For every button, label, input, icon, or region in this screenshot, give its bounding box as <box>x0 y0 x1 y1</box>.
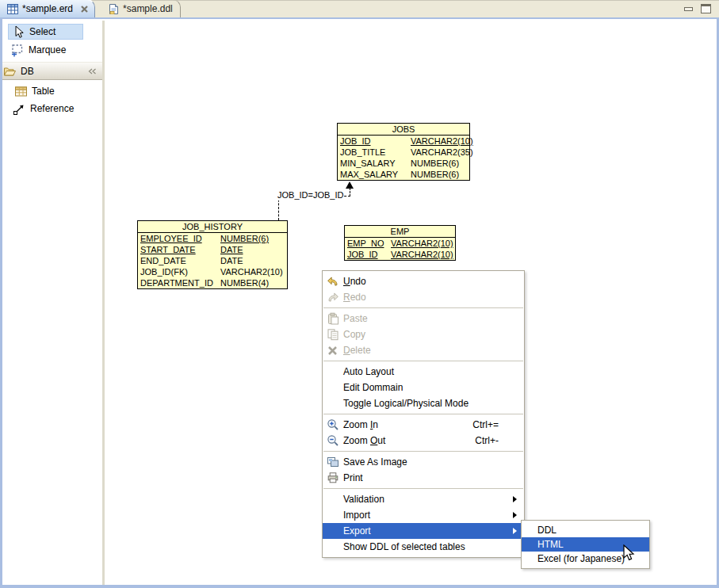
menu-item-label: Undo <box>343 276 513 287</box>
menu-item-label: Zoom In <box>343 419 472 430</box>
erd-table-emp[interactable]: EMPEMP_NOVARCHAR2(10)JOB_IDVARCHAR2(10) <box>344 225 456 261</box>
menu-item-import[interactable]: Import <box>323 507 524 523</box>
minimize-icon[interactable] <box>684 7 693 11</box>
tab-label: *sample.erd <box>22 3 73 14</box>
palette-tool-label: Reference <box>30 103 74 114</box>
menu-item-label: Zoom Out <box>343 435 475 446</box>
submenu-item-ddl[interactable]: DDL <box>522 523 649 537</box>
column-name: EMP_NO <box>347 239 384 248</box>
column-name: MIN_SALARY <box>340 158 396 168</box>
menu-item-save-as-image[interactable]: Save As Image <box>323 454 524 470</box>
menu-separator <box>323 361 523 361</box>
table-column: EMP_NOVARCHAR2(10) <box>345 238 455 249</box>
view-border <box>0 17 2 588</box>
palette-tool-table[interactable]: Table <box>11 83 90 99</box>
menu-item-print[interactable]: Print <box>323 470 524 486</box>
table-column: JOB_IDVARCHAR2(10) <box>338 136 469 147</box>
close-icon[interactable] <box>79 4 90 14</box>
context-menu: UndoRedoPasteCopyDeleteAuto LayoutEdit D… <box>322 270 525 558</box>
column-name: JOB_TITLE <box>340 147 385 157</box>
menu-item-edit-dommain[interactable]: Edit Dommain <box>323 380 524 395</box>
column-name: END_DATE <box>140 256 186 265</box>
menu-item-undo[interactable]: Undo <box>323 273 524 289</box>
column-name: DEPARTMENT_ID <box>140 278 213 288</box>
menu-item-label: Copy <box>343 329 513 340</box>
copy-icon <box>323 328 343 341</box>
menu-item-redo: Redo <box>323 289 524 305</box>
column-type: VARCHAR2(10) <box>220 266 283 277</box>
table-icon <box>14 85 28 98</box>
table-column: JOB_TITLEVARCHAR2(35) <box>338 147 469 158</box>
table-column: END_DATEDATE <box>138 255 287 266</box>
menu-item-label: Edit Dommain <box>343 382 513 393</box>
menu-separator <box>323 307 523 308</box>
menu-item-label: Toggle Logical/Physical Mode <box>343 398 513 409</box>
mouse-cursor-icon <box>623 544 637 565</box>
maximize-icon[interactable] <box>701 4 711 13</box>
undo-icon <box>323 275 343 288</box>
table-column: JOB_ID(FK)VARCHAR2(10) <box>138 266 287 277</box>
paste-icon <box>323 312 343 325</box>
zoom-in-icon <box>323 418 343 431</box>
column-name: MAX_SALARY <box>340 170 398 179</box>
palette-tool-select[interactable]: Select <box>8 24 83 40</box>
table-title: EMP <box>345 226 455 238</box>
table-column: EMPLOYEE_IDNUMBER(6) <box>138 233 287 244</box>
column-type: VARCHAR2(35) <box>411 147 473 158</box>
tab-sample-erd[interactable]: *sample.erd <box>0 0 95 17</box>
menu-item-paste: Paste <box>323 311 524 326</box>
column-type: VARCHAR2(10) <box>391 238 453 249</box>
menu-item-label: Auto Layout <box>343 366 513 377</box>
collapse-icon[interactable] <box>86 66 98 77</box>
palette-tool-marquee[interactable]: Marquee <box>8 42 83 58</box>
redo-icon <box>323 291 343 304</box>
palette-sidebar: Select Marquee DB Table <box>0 21 105 585</box>
menu-item-label: Save As Image <box>343 456 513 468</box>
menu-item-export[interactable]: Export <box>323 523 524 539</box>
cursor-icon <box>12 25 25 39</box>
view-border <box>0 585 719 588</box>
menu-item-label: Paste <box>343 313 513 324</box>
column-type: NUMBER(6) <box>411 169 459 180</box>
zoom-out-icon <box>323 434 343 447</box>
menu-item-toggle-logical-physical-mode[interactable]: Toggle Logical/Physical Mode <box>323 395 524 411</box>
table-column: DEPARTMENT_IDNUMBER(4) <box>138 277 287 288</box>
relationship-label[interactable]: JOB_ID=JOB_ID <box>277 190 344 200</box>
menu-item-label: DDL <box>537 525 649 536</box>
menu-item-validation[interactable]: Validation <box>323 491 524 507</box>
menu-shortcut: Ctrl+= <box>472 419 499 430</box>
menu-item-label: Validation <box>343 494 513 505</box>
menu-item-show-ddl-of-selected-tables[interactable]: Show DDL of selected tables <box>323 539 524 555</box>
save-image-icon <box>323 456 343 468</box>
erd-table-jobs[interactable]: JOBSJOB_IDVARCHAR2(10)JOB_TITLEVARCHAR2(… <box>337 123 470 181</box>
submenu-arrow-icon <box>513 496 524 502</box>
palette-tool-label: Marquee <box>29 44 66 55</box>
column-name: EMPLOYEE_ID <box>140 234 202 243</box>
column-type: VARCHAR2(10) <box>411 136 473 147</box>
menu-item-copy: Copy <box>323 326 524 342</box>
column-type: DATE <box>220 255 243 266</box>
menu-separator <box>323 414 523 414</box>
erd-table-job-history[interactable]: JOB_HISTORYEMPLOYEE_IDNUMBER(6)START_DAT… <box>137 220 288 289</box>
erd-editor-window: *sample.erd *sample.ddl Select Mar <box>0 0 719 588</box>
view-controls <box>684 4 711 13</box>
menu-item-zoom-out[interactable]: Zoom OutCtrl+- <box>323 433 524 449</box>
table-column: MAX_SALARYNUMBER(6) <box>338 169 469 180</box>
marquee-icon <box>11 44 25 57</box>
column-type: DATE <box>220 244 243 255</box>
column-name: JOB_ID <box>347 250 378 259</box>
table-column: JOB_IDVARCHAR2(10) <box>345 249 455 260</box>
table-column: START_DATEDATE <box>138 244 287 255</box>
menu-separator <box>323 488 523 489</box>
menu-item-auto-layout[interactable]: Auto Layout <box>323 364 524 380</box>
menu-item-delete: Delete <box>323 342 524 358</box>
palette-tool-reference[interactable]: Reference <box>10 101 97 116</box>
column-type: NUMBER(4) <box>220 277 269 288</box>
menu-item-zoom-in[interactable]: Zoom InCtrl+= <box>323 417 524 433</box>
palette-drawer-db[interactable]: DB <box>0 62 102 80</box>
table-title: JOB_HISTORY <box>138 221 287 233</box>
menu-separator <box>323 451 523 452</box>
menu-item-label: Delete <box>343 345 513 356</box>
submenu-arrow-icon <box>513 512 524 518</box>
tab-sample-ddl[interactable]: *sample.ddl <box>101 0 181 17</box>
